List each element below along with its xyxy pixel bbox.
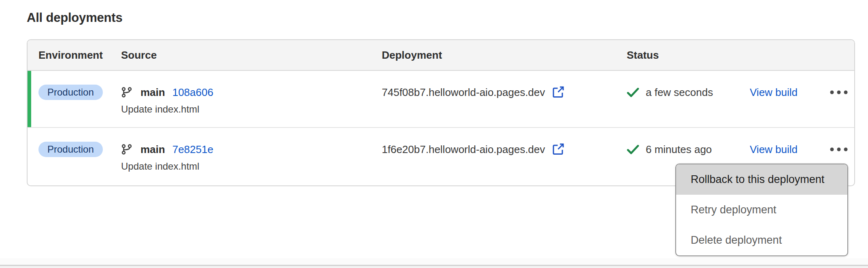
deployment-url: 1f6e20b7.helloworld-aio.pages.dev — [382, 143, 545, 156]
column-header-status: Status — [627, 49, 750, 62]
table-header: Environment Source Deployment Status — [28, 40, 854, 71]
more-actions-button[interactable] — [828, 144, 850, 155]
git-branch-icon — [121, 87, 132, 98]
menu-item-rollback[interactable]: Rollback to this deployment — [676, 164, 847, 195]
external-link-icon — [551, 143, 565, 156]
ellipsis-icon — [830, 147, 848, 153]
branch-name: main — [140, 86, 165, 99]
column-header-source: Source — [121, 49, 382, 62]
commit-link[interactable]: 108a606 — [172, 86, 213, 99]
environment-badge: Production — [38, 142, 103, 157]
column-header-environment: Environment — [28, 49, 121, 62]
status-time: a few seconds — [646, 86, 713, 99]
menu-item-retry[interactable]: Retry deployment — [676, 195, 847, 225]
git-branch-icon — [121, 144, 132, 155]
ellipsis-icon — [830, 89, 848, 96]
branch-name: main — [140, 143, 165, 156]
view-build-link[interactable]: View build — [750, 143, 798, 156]
page-title: All deployments — [27, 11, 122, 25]
more-actions-button[interactable] — [828, 87, 850, 98]
deployment-url-link[interactable]: 745f08b7.helloworld-aio.pages.dev — [382, 85, 565, 99]
commit-message: Update index.html — [121, 161, 382, 172]
deployment-url-link[interactable]: 1f6e20b7.helloworld-aio.pages.dev — [382, 143, 565, 156]
external-link-icon — [551, 85, 565, 99]
commit-link[interactable]: 7e8251e — [172, 143, 213, 156]
check-icon — [627, 87, 639, 98]
bottom-band — [0, 258, 868, 265]
column-header-deployment: Deployment — [382, 49, 627, 62]
deployment-row-current: Production main 108a606 Update index.htm… — [28, 71, 854, 128]
commit-message: Update index.html — [121, 104, 382, 115]
menu-item-delete[interactable]: Delete deployment — [676, 225, 847, 255]
deployment-url: 745f08b7.helloworld-aio.pages.dev — [382, 86, 545, 99]
context-menu: Rollback to this deployment Retry deploy… — [675, 164, 848, 256]
environment-badge: Production — [38, 85, 103, 100]
bottom-edge — [0, 266, 868, 268]
current-deployment-indicator — [28, 71, 31, 127]
check-icon — [627, 144, 639, 155]
status-time: 6 minutes ago — [646, 143, 712, 156]
view-build-link[interactable]: View build — [750, 86, 798, 99]
